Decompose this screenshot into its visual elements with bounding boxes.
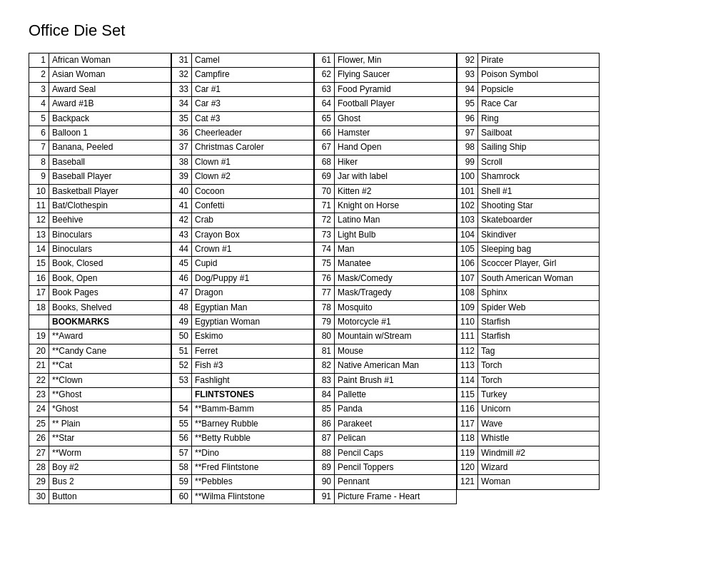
item-label: **Wilma Flintstone [192, 489, 314, 504]
item-label: Food Pyramid [335, 82, 457, 96]
column-4: 92Pirate93Poison Symbol94Popsicle95Race … [457, 53, 600, 490]
item-number: 28 [29, 460, 49, 474]
list-item: 62Flying Saucer [315, 68, 457, 82]
item-number: 67 [315, 140, 335, 155]
item-label: Dragon [192, 286, 314, 300]
item-label: Picture Frame - Heart [335, 489, 457, 504]
item-label: Shamrock [478, 170, 600, 184]
list-item: 44Crown #1 [172, 242, 314, 257]
item-label: Cocoon [192, 184, 314, 198]
item-number: 44 [172, 242, 192, 257]
item-number: 93 [457, 68, 478, 82]
item-number: 112 [457, 344, 478, 358]
item-number: 72 [315, 213, 335, 228]
list-item: 45Cupid [172, 257, 314, 271]
list-item: 105Sleeping bag [457, 242, 600, 257]
item-label: *Ghost [49, 402, 171, 417]
item-label: **Barney Rubble [192, 417, 314, 431]
list-item: 70Kitten #2 [315, 184, 457, 198]
list-item: 21**Cat [29, 359, 171, 373]
list-item: 71Knight on Horse [315, 198, 457, 213]
list-item: 39Clown #2 [172, 170, 314, 184]
list-item: 1African Woman [29, 53, 171, 68]
list-item: 25** Plain [29, 417, 171, 431]
item-number: 30 [29, 489, 49, 504]
item-label: Bat/Clothespin [49, 198, 171, 213]
column-2: 31Camel32Campfire33Car #134Car #335Cat #… [171, 53, 314, 504]
item-label: Ring [478, 111, 600, 126]
item-number: 52 [172, 359, 192, 373]
item-label: Cheerleader [192, 126, 314, 140]
list-item: 73Light Bulb [315, 228, 457, 242]
item-number: 56 [172, 431, 192, 446]
item-number: 121 [457, 475, 478, 489]
item-label: Poison Symbol [478, 68, 600, 82]
list-item: 7Banana, Peeled [29, 140, 171, 155]
list-item: 29Bus 2 [29, 475, 171, 489]
list-item: 81Mouse [315, 344, 457, 358]
item-label: Wave [478, 417, 600, 431]
item-label: BOOKMARKS [49, 315, 171, 329]
item-number: 14 [29, 242, 49, 257]
item-label: Skindiver [478, 228, 600, 242]
list-item: 94Popsicle [457, 82, 600, 96]
item-label: Beehive [49, 213, 171, 228]
item-label: Ghost [335, 111, 457, 126]
item-label: Cupid [192, 257, 314, 271]
item-label: **Fred Flintstone [192, 460, 314, 474]
item-label: Mosquito [335, 300, 457, 315]
item-label: Mask/Comedy [335, 271, 457, 285]
item-number: 63 [315, 82, 335, 96]
item-label: Pelican [335, 431, 457, 446]
item-number: 99 [457, 155, 478, 169]
item-label: Flying Saucer [335, 68, 457, 82]
item-label: Hand Open [335, 140, 457, 155]
list-item: 100Shamrock [457, 170, 600, 184]
item-label: Flower, Min [335, 53, 457, 68]
list-item: 80Mountain w/Stream [315, 329, 457, 344]
item-number: 68 [315, 155, 335, 169]
item-label: Man [335, 242, 457, 257]
item-label: Shell #1 [478, 184, 600, 198]
list-item: 36Cheerleader [172, 126, 314, 140]
item-number [172, 387, 192, 402]
list-item: 17Book Pages [29, 286, 171, 300]
item-number: 83 [315, 373, 335, 387]
list-item: 88Pencil Caps [315, 446, 457, 460]
item-label: Sailboat [478, 126, 600, 140]
item-number: 22 [29, 373, 49, 387]
list-item: 26**Star [29, 431, 171, 446]
item-number: 2 [29, 68, 49, 82]
item-number: 17 [29, 286, 49, 300]
item-number: 57 [172, 446, 192, 460]
item-number: 69 [315, 170, 335, 184]
list-item: 85Panda [315, 402, 457, 417]
item-label: Eskimo [192, 329, 314, 344]
list-item: 60**Wilma Flintstone [172, 489, 314, 504]
item-number: 29 [29, 475, 49, 489]
item-label: Baseball Player [49, 170, 171, 184]
list-item: 5Backpack [29, 111, 171, 126]
item-label: Book Pages [49, 286, 171, 300]
item-label: Baseball [49, 155, 171, 169]
item-number: 86 [315, 417, 335, 431]
list-item: 65Ghost [315, 111, 457, 126]
item-number: 6 [29, 126, 49, 140]
item-label: Manatee [335, 257, 457, 271]
list-item: 92Pirate [457, 53, 600, 68]
list-item: 103Skateboarder [457, 213, 600, 228]
list-item: 115Turkey [457, 387, 600, 402]
item-number: 80 [315, 329, 335, 344]
list-item: 98Sailing Ship [457, 140, 600, 155]
list-item: 38Clown #1 [172, 155, 314, 169]
list-item: 79Motorcycle #1 [315, 315, 457, 329]
list-item: 91Picture Frame - Heart [315, 489, 457, 504]
item-number: 92 [457, 53, 478, 68]
item-number: 108 [457, 286, 478, 300]
item-number: 18 [29, 300, 49, 315]
item-number: 12 [29, 213, 49, 228]
item-label: Football Player [335, 97, 457, 111]
item-number: 46 [172, 271, 192, 285]
item-number: 10 [29, 184, 49, 198]
item-label: Pennant [335, 475, 457, 489]
